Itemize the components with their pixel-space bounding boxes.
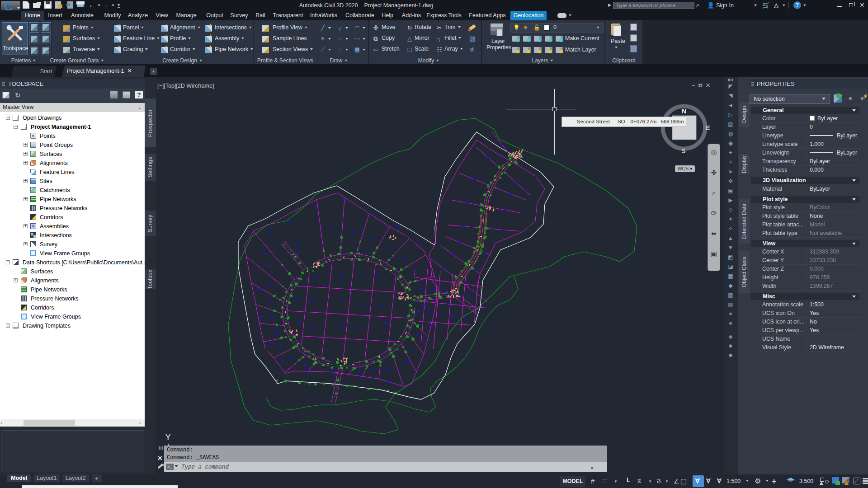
svg-text:E: E	[706, 124, 710, 131]
svg-text:S: S	[681, 147, 685, 155]
svg-text:N: N	[682, 107, 687, 115]
